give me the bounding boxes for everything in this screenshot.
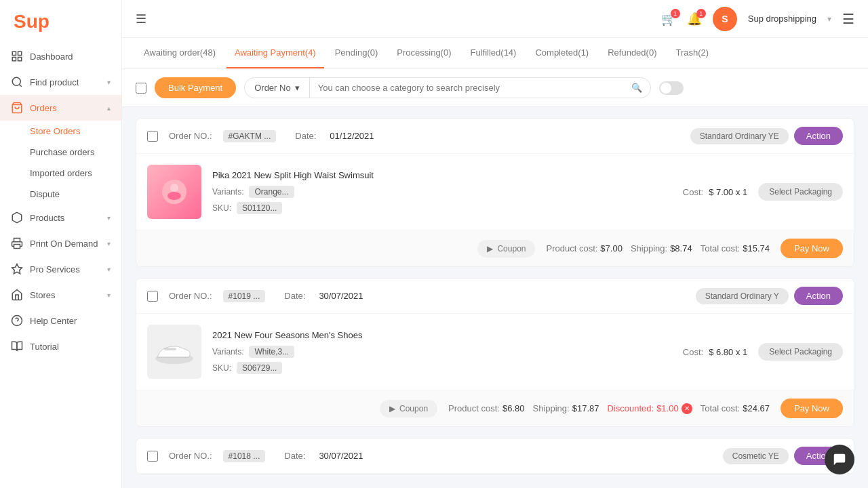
select-packaging-button[interactable]: Select Packaging <box>758 343 843 361</box>
sidebar-item-help-center[interactable]: Help Center <box>0 308 121 333</box>
cost-value: $ 7.00 x 1 <box>709 187 747 197</box>
cost-summary: Product cost: $7.00 Shipping: $8.74 Tota… <box>546 243 769 253</box>
order-card: Order NO.: #1018 ... Date: 30/07/2021 Co… <box>136 438 854 474</box>
order-checkbox[interactable] <box>147 291 158 302</box>
cost-label: Cost: <box>683 347 703 357</box>
tab-bar: Awaiting order(48) Awaiting Payment(4) P… <box>122 38 868 69</box>
product-cost-item: Product cost: $6.80 <box>448 403 524 413</box>
action-button[interactable]: Action <box>794 287 843 305</box>
tab-pending[interactable]: Pending(0) <box>327 38 387 68</box>
search-input[interactable] <box>310 78 624 98</box>
pay-now-button[interactable]: Pay Now <box>781 239 843 258</box>
help-icon <box>11 314 23 327</box>
total-label: Total cost: <box>701 403 741 413</box>
sidebar-item-find-product[interactable]: Find product ▾ <box>0 69 121 95</box>
tab-awaiting-order[interactable]: Awaiting order(48) <box>136 38 224 68</box>
sidebar-item-tutorial[interactable]: Tutorial <box>0 333 121 359</box>
sidebar-item-orders[interactable]: Orders ▴ <box>0 95 121 121</box>
order-no-label: Order NO.: <box>169 131 212 141</box>
chevron-down-icon: ▾ <box>107 79 111 86</box>
order-header: Order NO.: #1019 ... Date: 30/07/2021 St… <box>136 279 854 314</box>
shipping-cost-item: Shipping: $8.74 <box>631 243 692 253</box>
product-variants: Variants: White,3... <box>212 346 672 358</box>
pay-now-button[interactable]: Pay Now <box>781 399 843 418</box>
user-dropdown-icon[interactable]: ▾ <box>827 14 831 24</box>
product-cost-label: Product cost: <box>546 243 597 253</box>
svg-rect-1 <box>18 52 22 55</box>
discount-close-icon[interactable]: ✕ <box>682 403 692 414</box>
user-name[interactable]: Sup dropshipping <box>748 14 816 24</box>
orders-list: Order NO.: #GAKTM ... Date: 01/12/2021 S… <box>122 107 868 488</box>
order-card: Order NO.: #GAKTM ... Date: 01/12/2021 S… <box>136 118 854 267</box>
cart-icon[interactable]: 🛒 1 <box>661 12 676 26</box>
hamburger-menu-icon[interactable]: ☰ <box>136 12 146 26</box>
sidebar-sub-item-store-orders[interactable]: Store Orders <box>0 121 121 142</box>
order-date-label: Date: <box>284 451 305 461</box>
svg-point-4 <box>12 77 20 85</box>
svg-point-13 <box>170 184 178 192</box>
shipping-value: $8.74 <box>670 243 692 253</box>
order-header-right: Standard Ordinary Y Action <box>696 287 843 305</box>
shipping-type-badge: Cosmetic YE <box>723 448 789 464</box>
shipping-type-badge: Standard Ordinary Y <box>696 288 789 304</box>
tab-fulfilled[interactable]: Fulfilled(14) <box>462 38 525 68</box>
order-header-right: Standard Ordinary YE Action <box>690 127 843 145</box>
tab-refunded[interactable]: Refunded(0) <box>599 38 665 68</box>
sidebar-item-stores[interactable]: Stores ▾ <box>0 282 121 308</box>
action-button[interactable]: Action <box>794 127 843 145</box>
sidebar-item-pro-services[interactable]: Pro Services ▾ <box>0 256 121 282</box>
order-no-label: Order NO.: <box>169 451 212 461</box>
search-category-dropdown[interactable]: Order No ▾ <box>245 78 309 98</box>
chevron-down-icon: ▾ <box>107 266 111 273</box>
sku-label: SKU: <box>212 203 231 213</box>
header-left: ☰ <box>136 12 146 26</box>
tab-processing[interactable]: Processing(0) <box>389 38 459 68</box>
chat-bubble[interactable] <box>825 445 854 474</box>
tab-awaiting-payment[interactable]: Awaiting Payment(4) <box>226 38 324 68</box>
bulk-payment-button[interactable]: Bulk Payment <box>155 77 236 98</box>
sidebar-item-print-on-demand[interactable]: Print On Demand ▾ <box>0 230 121 256</box>
select-packaging-button[interactable]: Select Packaging <box>758 183 843 201</box>
shopping-bag-icon <box>11 102 23 114</box>
sidebar-item-products[interactable]: Products ▾ <box>0 205 121 230</box>
sidebar-item-dashboard[interactable]: Dashboard <box>0 43 121 69</box>
discount-cost-item: Discounted: $1.00 ✕ <box>607 403 692 414</box>
order-date: 30/07/2021 <box>319 451 363 461</box>
search-submit-icon[interactable]: 🔍 <box>623 78 650 98</box>
order-no-label: Order NO.: <box>169 291 212 301</box>
product-name: 2021 New Four Seasons Men's Shoes <box>212 330 672 340</box>
product-cost-value: $7.00 <box>600 243 623 253</box>
select-all-checkbox[interactable] <box>136 83 146 94</box>
sidebar-sub-item-dispute[interactable]: Dispute <box>0 184 121 205</box>
coupon-button[interactable]: ▶ Coupon <box>380 400 437 418</box>
coupon-arrow-icon: ▶ <box>487 244 493 253</box>
main-content: ☰ 🛒 1 🔔 1 S Sup dropshipping ▾ ☰ Awaitin… <box>122 0 868 488</box>
total-value: $15.74 <box>743 243 770 253</box>
sidebar-sub-item-purchase-orders[interactable]: Purchase orders <box>0 142 121 163</box>
shipping-label: Shipping: <box>532 403 569 413</box>
tab-completed[interactable]: Completed(1) <box>527 38 597 68</box>
search-bar: Order No ▾ 🔍 <box>244 77 651 98</box>
order-date-label: Date: <box>284 291 305 301</box>
toggle-switch[interactable] <box>659 81 684 95</box>
product-cost-value: $6.80 <box>502 403 525 413</box>
order-checkbox[interactable] <box>147 131 158 142</box>
sidebar-item-label: Pro Services <box>30 264 100 274</box>
grid-icon <box>11 50 23 62</box>
coupon-button[interactable]: ▶ Coupon <box>477 240 535 258</box>
order-card: Order NO.: #1019 ... Date: 30/07/2021 St… <box>136 278 854 427</box>
order-checkbox[interactable] <box>147 451 158 462</box>
cost-label: Cost: <box>683 187 703 197</box>
coupon-label: Coupon <box>399 404 428 413</box>
notification-badge: 1 <box>696 9 706 18</box>
variant-value: Orange... <box>249 186 294 198</box>
product-cost: Cost: $ 6.80 x 1 <box>683 347 747 357</box>
product-info: Pika 2021 New Split High Waist Swimsuit … <box>212 170 672 214</box>
notification-icon[interactable]: 🔔 1 <box>687 12 702 26</box>
discount-label: Discounted: <box>607 403 654 413</box>
menu-icon[interactable]: ☰ <box>842 11 854 27</box>
tab-trash[interactable]: Trash(2) <box>667 38 717 68</box>
avatar[interactable]: S <box>713 7 737 31</box>
sidebar-sub-item-imported-orders[interactable]: Imported orders <box>0 163 121 184</box>
sidebar-item-label: Help Center <box>30 316 111 326</box>
